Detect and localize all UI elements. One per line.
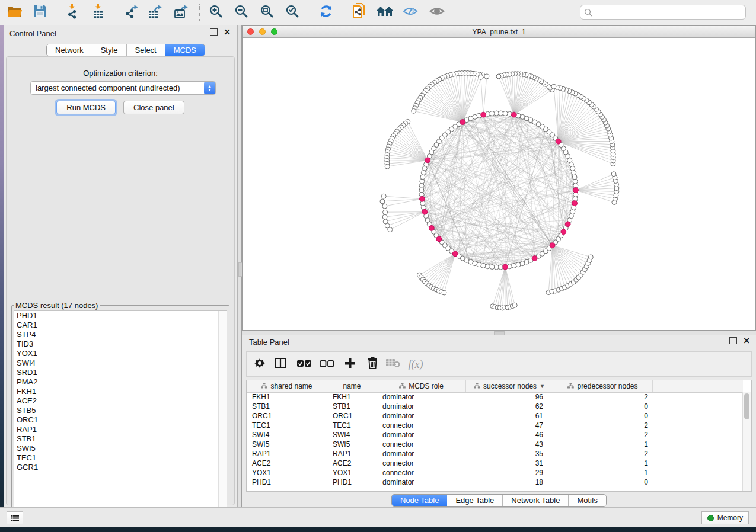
mcds-network-node[interactable] xyxy=(425,158,430,163)
vertical-splitter[interactable] xyxy=(237,25,242,507)
tab-edge-table[interactable]: Edge Table xyxy=(447,495,503,506)
network-node[interactable] xyxy=(442,290,446,295)
memory-button[interactable]: Memory xyxy=(701,511,749,524)
hide-details-button[interactable] xyxy=(400,3,420,22)
network-node[interactable] xyxy=(421,171,426,175)
column-header-name[interactable]: name xyxy=(327,380,377,392)
close-panel-icon[interactable]: ✕ xyxy=(224,29,231,35)
zoom-in-button[interactable] xyxy=(206,3,226,22)
network-node[interactable] xyxy=(490,265,495,270)
tab-style[interactable]: Style xyxy=(92,44,127,56)
task-history-button[interactable] xyxy=(7,511,23,524)
mcds-result-item[interactable]: PMA2 xyxy=(14,377,227,387)
network-node[interactable] xyxy=(512,263,516,268)
network-node[interactable] xyxy=(490,111,495,116)
table-row[interactable]: PHD1PHD1dominator180 xyxy=(247,477,743,487)
tab-network-table[interactable]: Network Table xyxy=(503,495,569,506)
delete-column-button[interactable] xyxy=(363,355,382,373)
network-node[interactable] xyxy=(382,204,387,209)
deselect-all-check-button[interactable] xyxy=(317,355,336,373)
mcds-network-node[interactable] xyxy=(419,196,425,201)
mcds-result-item[interactable]: RAP1 xyxy=(14,425,227,434)
network-node[interactable] xyxy=(503,111,508,116)
network-node[interactable] xyxy=(420,179,425,184)
mcds-network-node[interactable] xyxy=(550,243,555,248)
network-node[interactable] xyxy=(419,188,424,193)
import-table-button[interactable] xyxy=(88,3,109,22)
mcds-result-item[interactable]: PHD1 xyxy=(14,311,227,321)
tab-mcds[interactable]: MCDS xyxy=(165,44,205,56)
network-node[interactable] xyxy=(412,108,416,113)
network-node[interactable] xyxy=(484,74,489,79)
table-row[interactable]: RAP1RAP1dominator352 xyxy=(247,449,743,459)
table-row[interactable]: ACE2ACE2connector311 xyxy=(247,459,743,468)
mcds-network-node[interactable] xyxy=(429,226,434,231)
mcds-network-node[interactable] xyxy=(565,222,570,227)
mcds-network-node[interactable] xyxy=(422,209,428,214)
network-node[interactable] xyxy=(494,265,499,270)
horizontal-splitter[interactable] xyxy=(242,331,756,335)
network-node[interactable] xyxy=(383,210,388,214)
zoom-fit-button[interactable] xyxy=(257,3,277,22)
mcds-result-item[interactable]: STB1 xyxy=(14,434,227,444)
mcds-result-item[interactable]: SWI5 xyxy=(14,444,227,453)
network-node[interactable] xyxy=(479,75,483,79)
table-row[interactable]: SWI4SWI4dominator462 xyxy=(247,430,743,440)
mcds-result-item[interactable]: ACE2 xyxy=(14,396,227,406)
column-header-MCDS-role[interactable]: MCDS role xyxy=(377,380,466,392)
network-node[interactable] xyxy=(477,262,481,267)
table-scrollbar[interactable] xyxy=(742,392,751,491)
mcds-result-item[interactable]: YOX1 xyxy=(14,349,227,358)
show-details-button[interactable] xyxy=(427,3,447,22)
mcds-result-item[interactable]: STP4 xyxy=(14,330,227,339)
mcds-network-node[interactable] xyxy=(503,264,508,270)
export-table-button[interactable] xyxy=(145,3,165,22)
search-input[interactable] xyxy=(595,8,742,17)
export-network-button[interactable] xyxy=(122,3,142,22)
mcds-network-node[interactable] xyxy=(556,139,561,144)
mcds-result-list[interactable]: PHD1CAR1STP4TID3YOX1SWI4SRD1PMA2FKH1ACE2… xyxy=(14,310,227,518)
home-button[interactable] xyxy=(375,3,395,22)
zoom-out-button[interactable] xyxy=(231,3,251,22)
network-node[interactable] xyxy=(485,264,490,269)
network-window-titlebar[interactable]: YPA_prune.txt_1 xyxy=(243,26,755,38)
mcds-network-node[interactable] xyxy=(532,256,537,261)
export-image-button[interactable] xyxy=(171,3,192,22)
mcds-result-item[interactable]: CAR1 xyxy=(14,321,227,330)
tab-network[interactable]: Network xyxy=(47,44,92,56)
mcds-result-item[interactable]: ORC1 xyxy=(14,415,227,425)
refresh-layout-button[interactable] xyxy=(316,3,336,22)
float-panel-icon[interactable] xyxy=(210,28,218,36)
mcds-network-node[interactable] xyxy=(452,251,458,257)
mcds-network-node[interactable] xyxy=(561,229,566,235)
mcds-result-item[interactable]: SRD1 xyxy=(14,368,227,377)
open-file-button[interactable] xyxy=(5,3,25,22)
mcds-network-node[interactable] xyxy=(572,201,578,206)
table-row[interactable]: SWI5SWI5connector431 xyxy=(247,440,743,449)
network-node[interactable] xyxy=(385,164,390,169)
close-panel-icon[interactable]: ✕ xyxy=(743,338,750,344)
table-row[interactable]: ORC1ORC1dominator610 xyxy=(247,411,743,421)
network-node[interactable] xyxy=(551,84,556,89)
network-node[interactable] xyxy=(419,184,424,188)
network-node[interactable] xyxy=(494,111,499,116)
select-all-check-button[interactable] xyxy=(295,355,314,373)
tab-node-table[interactable]: Node Table xyxy=(392,495,448,506)
mcds-network-node[interactable] xyxy=(511,112,516,117)
mcds-network-node[interactable] xyxy=(573,188,579,193)
mcds-result-item[interactable]: TID3 xyxy=(14,339,227,349)
table-row[interactable]: FKH1FKH1dominator962 xyxy=(247,392,743,402)
network-node[interactable] xyxy=(572,175,577,180)
mcds-network-node[interactable] xyxy=(460,120,465,125)
network-node[interactable] xyxy=(420,175,425,180)
split-panes-button[interactable] xyxy=(271,355,290,373)
table-row[interactable]: STB1STB1dominator620 xyxy=(247,402,743,411)
close-panel-button[interactable]: Close panel xyxy=(123,101,184,114)
mcds-network-node[interactable] xyxy=(436,236,442,242)
network-node[interactable] xyxy=(588,255,593,259)
network-node[interactable] xyxy=(611,172,616,177)
search-box[interactable] xyxy=(580,5,746,20)
column-header-successor-nodes[interactable]: successor nodes▼ xyxy=(466,380,553,392)
mcds-result-item[interactable]: STB5 xyxy=(14,406,227,415)
network-canvas[interactable] xyxy=(243,37,755,330)
